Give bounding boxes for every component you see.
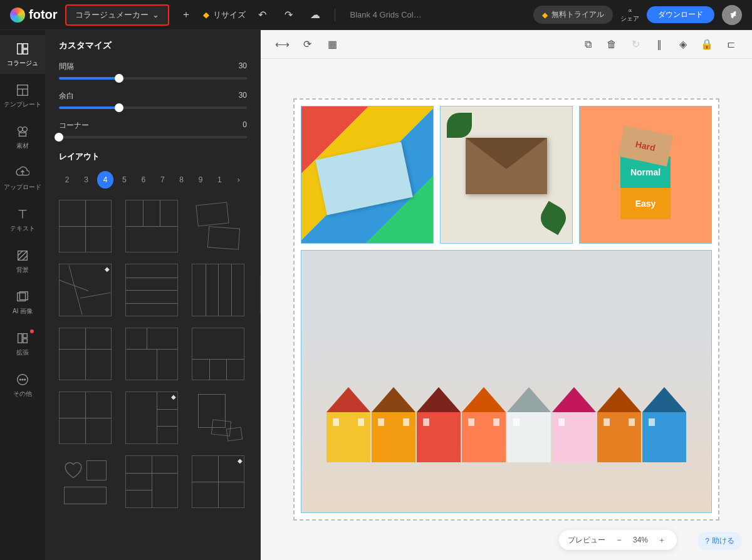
layout-tab-4[interactable]: 4 <box>97 171 113 189</box>
svg-rect-2 <box>23 49 28 54</box>
logo[interactable]: fotor <box>10 8 58 23</box>
share-button[interactable]: ∝ シェア <box>620 7 639 23</box>
side-panel: カスタマイズ 間隔 30 余白 30 コーナー 0 <box>45 30 261 560</box>
more-icon[interactable]: ⊏ <box>723 37 738 52</box>
nav-upload[interactable]: アップロード <box>0 159 45 198</box>
premium-icon: ◆ <box>238 457 243 464</box>
transparency-icon[interactable]: ▦ <box>325 37 340 52</box>
download-button[interactable]: ダウンロード <box>647 6 714 23</box>
layout-option[interactable] <box>125 455 178 508</box>
svg-point-6 <box>18 127 23 132</box>
corner-value: 0 <box>243 120 247 131</box>
nav-templates[interactable]: テンプレート <box>0 76 45 115</box>
preview-button[interactable]: プレビュー <box>568 535 605 546</box>
svg-rect-1 <box>23 44 28 48</box>
layout-tab-more[interactable]: 1 <box>211 171 227 189</box>
nav-background[interactable]: 背景 <box>0 242 45 281</box>
avatar[interactable] <box>722 5 742 25</box>
fit-width-icon[interactable]: ⟷ <box>274 37 290 52</box>
layout-option[interactable] <box>125 264 178 316</box>
collage-frame[interactable]: Hard Normal Easy <box>293 98 719 521</box>
collage-cell-4[interactable] <box>301 250 712 513</box>
undo-icon[interactable]: ↶ <box>253 6 272 24</box>
layout-tab-6[interactable]: 6 <box>135 171 152 189</box>
canvas-viewport[interactable]: Hard Normal Easy <box>261 59 752 560</box>
zoom-out-button[interactable]: − <box>613 534 625 546</box>
copy-icon[interactable]: ⧉ <box>580 37 595 52</box>
slider-track[interactable] <box>59 136 247 138</box>
layout-option[interactable] <box>59 328 112 380</box>
svg-rect-14 <box>23 339 27 343</box>
layout-option[interactable] <box>59 391 112 444</box>
canvas-toolbar: ⟷ ⟳ ▦ ⧉ 🗑 ↻ ‖ ◈ 🔒 ⊏ <box>261 30 752 59</box>
layout-option[interactable] <box>59 455 112 508</box>
layout-option[interactable] <box>192 200 244 252</box>
layout-option[interactable] <box>192 264 244 316</box>
layout-tab-9[interactable]: 9 <box>192 171 209 189</box>
layout-tab-8[interactable]: 8 <box>173 171 189 189</box>
nav-label: AI 画像 <box>13 307 33 316</box>
margin-label: 余白 <box>59 91 74 101</box>
chevron-right-icon[interactable]: › <box>231 171 247 189</box>
nav-label: 拡張 <box>16 348 29 357</box>
layout-option[interactable] <box>192 391 244 444</box>
redo-icon[interactable]: ↷ <box>279 6 298 24</box>
zoom-level: 34% <box>633 536 648 544</box>
layers-icon[interactable]: ◈ <box>676 37 691 52</box>
premium-icon: ◆ <box>171 393 176 400</box>
slider-track[interactable] <box>59 77 247 80</box>
layout-tab-7[interactable]: 7 <box>154 171 170 189</box>
slider-thumb[interactable] <box>115 74 123 83</box>
layout-option[interactable]: ◆ <box>192 455 244 508</box>
plus-icon[interactable]: ＋ <box>177 6 196 24</box>
help-button[interactable]: ? 助ける <box>697 532 742 550</box>
layout-tab-2[interactable]: 2 <box>59 171 75 189</box>
zoom-in-button[interactable]: ＋ <box>655 534 668 546</box>
svg-point-17 <box>22 379 23 380</box>
mode-dropdown[interactable]: コラージュメーカー ⌄ <box>65 4 169 26</box>
background-icon <box>15 248 30 263</box>
collage-cell-1[interactable] <box>301 106 434 244</box>
layout-option[interactable]: ◆ <box>125 391 178 444</box>
trial-button[interactable]: ◆ 無料トライアル <box>533 6 613 24</box>
slider-track[interactable] <box>59 106 247 109</box>
text-icon <box>15 207 30 222</box>
diamond-icon: ◆ <box>542 11 548 19</box>
corner-slider: コーナー 0 <box>59 120 247 138</box>
document-title[interactable]: Blank 4 Grids Col… <box>350 10 422 19</box>
share-label: シェア <box>620 14 639 23</box>
collage-cell-2[interactable] <box>440 106 573 244</box>
nav-text[interactable]: テキスト <box>0 200 45 239</box>
lock-icon[interactable]: 🔒 <box>699 37 714 52</box>
nav-ai-image[interactable]: AI 画像 <box>0 283 45 322</box>
margin-value: 30 <box>239 91 247 101</box>
slider-thumb[interactable] <box>115 103 123 112</box>
cloud-icon[interactable]: ☁ <box>306 6 325 24</box>
collage-cell-3[interactable]: Hard Normal Easy <box>579 106 712 244</box>
margin-slider: 余白 30 <box>59 91 247 109</box>
spacing-slider: 間隔 30 <box>59 61 247 80</box>
nav-materials[interactable]: 素材 <box>0 118 45 157</box>
layout-option[interactable] <box>192 328 244 380</box>
layout-tab-3[interactable]: 3 <box>78 171 94 189</box>
align-icon[interactable]: ‖ <box>652 37 667 52</box>
layout-option[interactable] <box>125 200 178 252</box>
layout-grid: ◆ ◆ ◆ <box>59 200 247 508</box>
brand-name: fotor <box>29 8 58 22</box>
mode-label: コラージュメーカー <box>75 9 149 21</box>
chevron-down-icon: ⌄ <box>152 10 159 19</box>
redo-disabled-icon: ↻ <box>628 37 643 52</box>
layout-tab-5[interactable]: 5 <box>116 171 132 189</box>
layout-option[interactable] <box>125 328 178 380</box>
nav-expand[interactable]: 拡張 <box>0 324 45 363</box>
delete-icon[interactable]: 🗑 <box>604 37 619 52</box>
rotate-icon[interactable]: ⟳ <box>300 37 315 52</box>
collage-grid: Hard Normal Easy <box>301 106 712 513</box>
nav-more[interactable]: その他 <box>0 366 45 405</box>
nav-collage[interactable]: コラージュ <box>0 35 45 74</box>
slider-thumb[interactable] <box>55 133 63 142</box>
resize-button[interactable]: ◆ リサイズ <box>203 9 246 21</box>
layout-option[interactable]: ◆ <box>59 264 112 316</box>
slider-fill <box>59 77 119 80</box>
layout-option[interactable] <box>59 200 112 252</box>
